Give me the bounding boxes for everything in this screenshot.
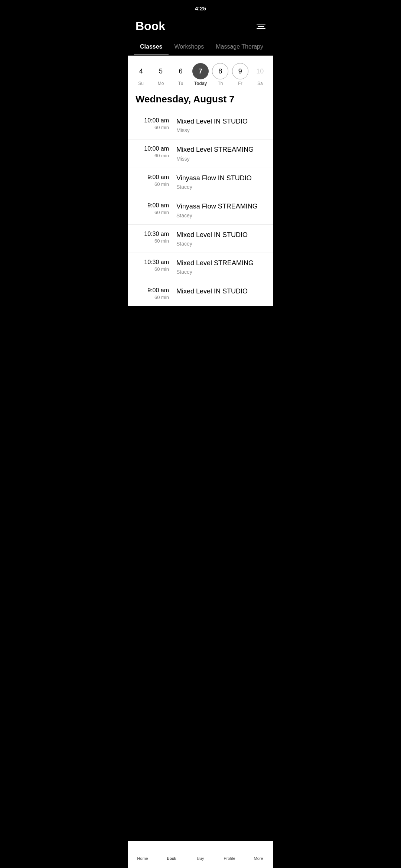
class-info-4: Vinyasa Flow STREAMING Stacey — [176, 202, 265, 218]
class-item-1[interactable]: 10:00 am 60 min Mixed Level IN STUDIO Mi… — [128, 111, 273, 139]
day-8[interactable]: 8 Th — [212, 63, 228, 86]
class-list: 10:00 am 60 min Mixed Level IN STUDIO Mi… — [128, 111, 273, 306]
day-7[interactable]: 7 Today — [192, 63, 209, 86]
class-time-2: 10:00 am 60 min — [136, 145, 176, 158]
status-time: 4:25 — [195, 5, 206, 11]
class-info-5: Mixed Level IN STUDIO Stacey — [176, 231, 265, 247]
class-time-6: 10:30 am 60 min — [136, 259, 176, 272]
day-label-8: Th — [218, 81, 223, 86]
header: Book — [128, 16, 273, 39]
tab-workshops[interactable]: Workshops — [169, 39, 210, 55]
class-item-5[interactable]: 10:30 am 60 min Mixed Level IN STUDIO St… — [128, 224, 273, 253]
class-time-1: 10:00 am 60 min — [136, 117, 176, 130]
day-label-5: Mo — [158, 81, 164, 86]
day-number-4: 4 — [133, 63, 149, 79]
status-bar: 4:25 — [128, 0, 273, 16]
class-info-3: Vinyasa Flow IN STUDIO Stacey — [176, 174, 265, 190]
class-item-4[interactable]: 9:00 am 60 min Vinyasa Flow STREAMING St… — [128, 196, 273, 224]
class-info-2: Mixed Level STREAMING Missy — [176, 145, 265, 161]
filter-button[interactable] — [257, 24, 265, 29]
tab-massage[interactable]: Massage Therapy — [210, 39, 269, 55]
day-number-5: 5 — [153, 63, 169, 79]
class-item-7[interactable]: 9:00 am 60 min Mixed Level IN STUDIO — [128, 281, 273, 306]
day-label-9: Fr — [238, 81, 242, 86]
class-item-2[interactable]: 10:00 am 60 min Mixed Level STREAMING Mi… — [128, 139, 273, 167]
day-4[interactable]: 4 Su — [133, 63, 149, 86]
class-time-7: 9:00 am 60 min — [136, 287, 176, 300]
day-10[interactable]: 10 Sa — [252, 63, 268, 86]
class-time-3: 9:00 am 60 min — [136, 174, 176, 187]
class-item-6[interactable]: 10:30 am 60 min Mixed Level STREAMING St… — [128, 253, 273, 281]
class-info-1: Mixed Level IN STUDIO Missy — [176, 117, 265, 133]
category-tabs: Classes Workshops Massage Therapy Re... — [128, 39, 273, 55]
date-heading: Wednesday, August 7 — [128, 89, 273, 111]
class-info-7: Mixed Level IN STUDIO — [176, 287, 265, 297]
day-5[interactable]: 5 Mo — [153, 63, 169, 86]
day-number-6: 6 — [173, 63, 189, 79]
day-9[interactable]: 9 Fr — [232, 63, 248, 86]
day-number-9: 9 — [232, 63, 248, 79]
day-number-7: 7 — [192, 63, 209, 79]
main-content: 4 Su 5 Mo 6 Tu 7 Today 8 Th 9 Fr 10 Sa W… — [128, 56, 273, 306]
page-title: Book — [136, 19, 165, 33]
class-item-3[interactable]: 9:00 am 60 min Vinyasa Flow IN STUDIO St… — [128, 168, 273, 196]
day-label-7: Today — [194, 81, 207, 86]
tabs-container: Classes Workshops Massage Therapy Re... — [128, 39, 273, 56]
day-6[interactable]: 6 Tu — [173, 63, 189, 86]
class-time-5: 10:30 am 60 min — [136, 231, 176, 244]
selected-date: Wednesday, August 7 — [136, 93, 265, 105]
day-label-6: Tu — [178, 81, 183, 86]
day-label-4: Su — [138, 81, 144, 86]
calendar-row: 4 Su 5 Mo 6 Tu 7 Today 8 Th 9 Fr 10 Sa — [128, 56, 273, 89]
tab-classes[interactable]: Classes — [134, 39, 169, 55]
class-info-6: Mixed Level STREAMING Stacey — [176, 259, 265, 275]
day-number-8: 8 — [212, 63, 228, 79]
class-time-4: 9:00 am 60 min — [136, 202, 176, 215]
day-label-10: Sa — [257, 81, 263, 86]
day-number-10: 10 — [252, 63, 268, 79]
tab-retreats[interactable]: Re... — [269, 39, 273, 55]
